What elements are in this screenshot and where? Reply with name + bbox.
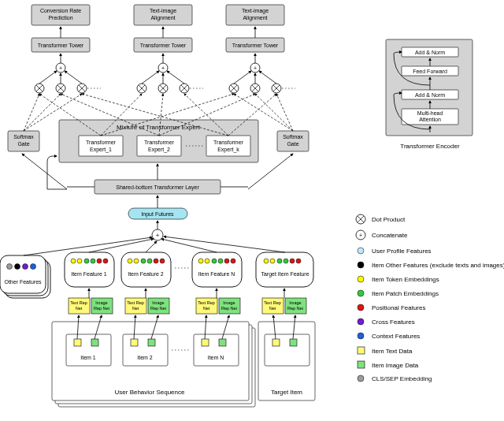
output-conversion: Conversion Rate Prediction bbox=[32, 5, 90, 25]
input-futures: Input Futures bbox=[128, 208, 187, 219]
svg-text:User Behavior Sequence: User Behavior Sequence bbox=[115, 389, 185, 396]
svg-text:Alignment: Alignment bbox=[243, 15, 267, 21]
svg-rect-174 bbox=[91, 339, 98, 346]
svg-point-133 bbox=[296, 259, 301, 263]
svg-point-123 bbox=[218, 259, 223, 263]
output-alignment-1: Text-image Alignment bbox=[134, 5, 192, 25]
item-feature-1: Item Feature 1 bbox=[65, 252, 114, 287]
svg-rect-63 bbox=[206, 136, 250, 156]
svg-text:Item Other Features (exclude t: Item Other Features (exclude texts and i… bbox=[372, 262, 504, 269]
svg-text:Text Rep: Text Rep bbox=[264, 300, 281, 305]
svg-text:Multi-head: Multi-head bbox=[417, 110, 443, 116]
svg-line-45 bbox=[234, 71, 251, 84]
svg-text:Text-image: Text-image bbox=[242, 8, 269, 14]
svg-point-130 bbox=[277, 259, 282, 263]
svg-text:Alignment: Alignment bbox=[150, 15, 175, 21]
svg-text:Net: Net bbox=[203, 306, 210, 311]
concat-1: + bbox=[56, 63, 65, 73]
svg-point-235 bbox=[358, 375, 364, 382]
other-features-stack: Other Features bbox=[0, 255, 50, 298]
softmax-gate-right: SoftmaxGate bbox=[277, 131, 309, 151]
svg-rect-182 bbox=[202, 339, 209, 346]
output-alignment-2: Text-image Alignment bbox=[226, 5, 284, 25]
svg-rect-59 bbox=[137, 136, 181, 156]
transformer-encoder-panel: Add & Norm Feed Forward Add & Norm Multi… bbox=[386, 39, 472, 150]
repnets: Text RepNet ImageRep Net Text RepNet Ima… bbox=[69, 298, 306, 314]
svg-text:Target Item: Target Item bbox=[271, 389, 302, 396]
svg-text:Attention: Attention bbox=[419, 117, 441, 122]
svg-text:Item Token Embeddings: Item Token Embeddings bbox=[372, 276, 439, 283]
svg-line-44 bbox=[167, 71, 184, 84]
svg-point-128 bbox=[264, 259, 269, 263]
concat-3: + bbox=[250, 63, 260, 73]
item-n: Item N bbox=[194, 334, 239, 366]
svg-text:Text-image: Text-image bbox=[150, 8, 176, 14]
svg-rect-233 bbox=[358, 361, 365, 368]
svg-point-108 bbox=[103, 259, 108, 263]
target-item-feature: Target Item Feature bbox=[256, 252, 313, 287]
item-1: Item 1 bbox=[66, 334, 111, 366]
svg-text:Item N: Item N bbox=[208, 355, 224, 360]
svg-text:Rep Net: Rep Net bbox=[94, 306, 110, 311]
svg-point-120 bbox=[198, 259, 203, 263]
dotprod-row bbox=[35, 84, 295, 93]
svg-rect-192 bbox=[265, 334, 309, 366]
svg-text:Item Patch Embeddings: Item Patch Embeddings bbox=[372, 290, 439, 297]
svg-point-114 bbox=[147, 259, 152, 263]
svg-point-113 bbox=[141, 259, 146, 263]
svg-text:Transformer: Transformer bbox=[86, 140, 117, 145]
svg-text:Net: Net bbox=[76, 306, 83, 311]
svg-point-129 bbox=[270, 259, 275, 263]
svg-text:Rep Net: Rep Net bbox=[150, 306, 167, 311]
svg-line-71 bbox=[276, 94, 293, 131]
svg-line-139 bbox=[164, 237, 285, 252]
svg-text:Conversion Rate: Conversion Rate bbox=[40, 8, 81, 13]
svg-text:Item 2: Item 2 bbox=[137, 355, 153, 360]
svg-point-115 bbox=[154, 259, 158, 263]
svg-text:Rep Net: Rep Net bbox=[287, 306, 304, 311]
svg-point-227 bbox=[358, 319, 364, 325]
svg-line-70 bbox=[255, 94, 293, 131]
svg-point-112 bbox=[134, 259, 139, 263]
svg-rect-176 bbox=[123, 334, 168, 366]
svg-text:Gate: Gate bbox=[287, 141, 298, 147]
svg-text:Add & Norm: Add & Norm bbox=[415, 92, 445, 98]
svg-text:CLS/SEP Embedding: CLS/SEP Embedding bbox=[372, 375, 432, 382]
item-feature-n: Item Feature N bbox=[192, 252, 242, 287]
svg-text:Item Feature 1: Item Feature 1 bbox=[71, 271, 107, 277]
svg-rect-172 bbox=[66, 334, 111, 366]
svg-text:Shared-bottom Transformer Laye: Shared-bottom Transformer Layer bbox=[116, 184, 199, 191]
svg-rect-177 bbox=[131, 339, 138, 346]
svg-point-121 bbox=[205, 259, 209, 263]
svg-point-107 bbox=[97, 259, 102, 263]
svg-text:Mixture of Transformer Expert: Mixture of Transformer Expert bbox=[117, 124, 201, 131]
tower-3: Transformer Tower bbox=[226, 38, 284, 52]
svg-rect-183 bbox=[219, 339, 226, 346]
svg-point-131 bbox=[284, 259, 288, 263]
svg-text:Transformer Tower: Transformer Tower bbox=[232, 43, 279, 48]
svg-point-217 bbox=[358, 248, 364, 254]
svg-text:Expert_2: Expert_2 bbox=[148, 147, 170, 153]
svg-text:Image: Image bbox=[95, 300, 107, 305]
svg-point-103 bbox=[71, 259, 76, 263]
svg-text:Input Futures: Input Futures bbox=[141, 211, 174, 218]
svg-line-136 bbox=[89, 239, 154, 252]
svg-text:Item 1: Item 1 bbox=[80, 355, 96, 360]
svg-text:Image: Image bbox=[223, 300, 235, 305]
svg-point-106 bbox=[91, 259, 95, 263]
svg-line-66 bbox=[24, 94, 39, 131]
svg-text:+: + bbox=[161, 65, 165, 71]
svg-rect-56 bbox=[79, 136, 123, 156]
svg-point-132 bbox=[290, 259, 295, 263]
concat-2: + bbox=[158, 63, 168, 73]
svg-point-221 bbox=[358, 276, 364, 282]
svg-point-219 bbox=[358, 262, 364, 268]
svg-rect-119 bbox=[192, 252, 242, 287]
svg-point-125 bbox=[231, 259, 235, 263]
svg-text:Softmax: Softmax bbox=[13, 134, 34, 140]
svg-text:Net: Net bbox=[132, 306, 139, 311]
svg-point-124 bbox=[224, 259, 229, 263]
architecture-diagram: Conversion Rate Prediction Text-image Al… bbox=[0, 0, 504, 421]
svg-text:+: + bbox=[156, 232, 160, 239]
svg-text:+: + bbox=[359, 233, 362, 238]
